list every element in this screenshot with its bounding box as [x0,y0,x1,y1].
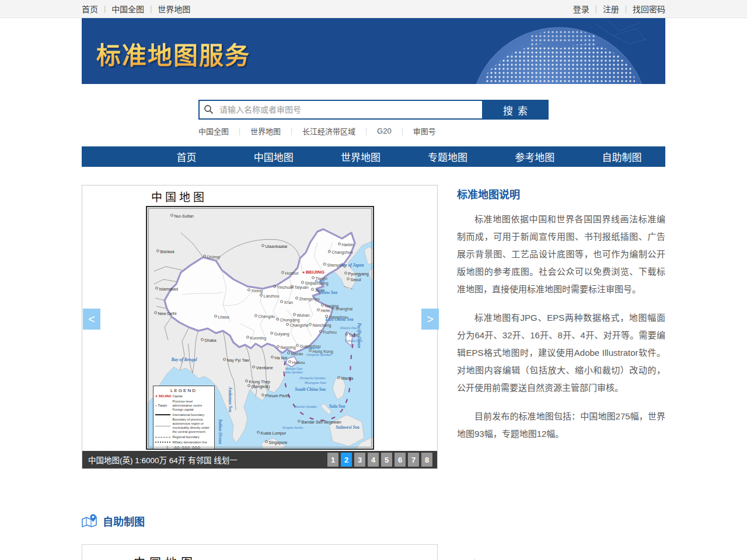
legend-title: LEGEND [155,388,212,393]
map-legend: LEGEND ★ BEIJINGCapital∘ TianjinProvince… [153,386,215,449]
map-label: Guiyang [270,332,289,336]
self-service-desc-title: 自助制图说明 [457,557,665,560]
map-label: Sea of Japan [340,263,364,268]
nav-item-world-maps[interactable]: 世界地图 [317,149,404,164]
legend-row: ★ BEIJINGCapital [155,394,212,398]
page-button-3[interactable]: 3 [354,453,365,467]
map-label: Zengmu Ansha [282,426,303,429]
nav-item-china-maps[interactable]: 中国地图 [230,149,317,164]
map-label: Taiyuan [291,285,309,289]
map-image[interactable]: Nur-SultanBishkekIslamabadNew DelhiDhaka… [146,206,374,450]
map-label: Pyongyang [344,272,369,276]
map-label: Nansha Qundao [294,405,317,408]
quick-link-world[interactable]: 世界地图 [250,125,281,136]
map-label: BEIJING [302,270,324,275]
map-label: Hainan Dao [285,367,303,370]
globe-graphic [461,18,648,84]
map-label: Chongqing [276,318,300,322]
page-button-8[interactable]: 8 [421,453,432,467]
map-label: Haikou [288,360,305,365]
topbar-link-china-map[interactable]: 中国全图 [111,3,144,15]
map-label: (Bangkok) [247,384,270,388]
map-label: Xining [247,289,263,293]
legend-row: Military demarcation line [155,440,212,444]
map-label: Zhongsha Qundao [299,376,326,380]
description-column: 标准地图说明 标准地图依据中国和世界各国国界线画法标准编制而成，可用于新闻宣传用… [457,185,665,469]
legend-row: Boundary of province, autonomous region … [155,418,212,434]
quick-link-yangtze[interactable]: 长江经济带区域 [302,125,355,136]
map-label: Huangyan Dao [305,381,326,384]
map-panel-title: 中国地图 [82,186,437,206]
map-label: Harbin [338,243,354,247]
map-label: Shanghai [331,307,353,311]
map-label: Sulawesi Sea [336,425,359,430]
page-button-1[interactable]: 1 [327,453,338,467]
nav-item-thematic-maps[interactable]: 专题地图 [404,149,491,164]
carousel-pager: 1 2 3 4 5 6 7 8 [327,453,432,467]
quick-link-g20[interactable]: G20 [377,127,392,135]
carousel-caption-bar: 中国地图(英) 1:6000万 64开 有邻国 线划一 1 2 3 4 5 6 … [82,451,437,468]
search-area: 搜索 [82,100,665,120]
map-label: Hohhot [281,271,299,275]
map-label: Macao [287,352,303,356]
map-label: New Delhi [154,312,177,316]
map-caption: 中国地图(英) 1:6000万 64开 有邻国 线划一 [82,454,238,466]
description-paragraph: 标准地图有JPG、EPS两种数据格式，地图幅面分为64开、32开、16开、8开、… [457,309,665,397]
legend-scale: 1 : 60 000 000 [155,446,212,449]
topbar: 首页| 中国全图| 世界地图 登录| 注册| 找回密码 [0,0,747,18]
topbar-link-world-map[interactable]: 世界地图 [158,3,190,15]
page-button-7[interactable]: 7 [408,453,419,467]
topbar-link-home[interactable]: 首页 [82,3,98,15]
map-label: Xi'an [280,300,293,304]
site-title: 标准地图服务 [96,36,250,71]
search-button[interactable]: 搜索 [482,100,549,120]
map-label: Manila [337,376,354,380]
map-label: Krung Thep [245,380,270,384]
self-service-map-panel[interactable]: 中国地图 [82,544,438,560]
recover-password-link[interactable]: 找回密码 [633,3,665,15]
map-label: Sulu Sea [329,404,345,409]
map-label: Kunming [246,336,267,340]
map-label: Changsha [286,323,309,327]
banner: 标准地图服务 [82,18,665,84]
page-button-4[interactable]: 4 [368,453,379,467]
map-label: Diaoyu Dao [340,326,358,330]
map-label: Nanchang [309,323,331,327]
carousel-prev-button[interactable]: < [83,309,100,330]
quick-link-approval-number[interactable]: 审图号 [413,125,436,136]
map-label: Ha Noi [271,356,287,360]
carousel-next-button[interactable]: > [421,309,439,330]
map-label: Wuhan [293,313,310,317]
map-label: Taiwan Dao [345,339,362,342]
nav-item-self-service[interactable]: 自助制图 [578,149,665,164]
map-label: Pacific Ocean [357,323,362,348]
topbar-left-links: 首页| 中国全图| 世界地图 [82,3,190,15]
map-label: Seoul [347,278,361,282]
register-link[interactable]: 注册 [603,3,619,15]
quick-link-china[interactable]: 中国全图 [198,125,229,136]
map-label: Bo Hai [315,279,324,283]
page-button-6[interactable]: 6 [395,453,406,467]
map-pin-icon [82,514,97,528]
legend-row: ∘ TianjinProvince-level administrative c… [155,400,212,412]
nav-item-reference-maps[interactable]: 参考地图 [491,149,578,164]
page-button-5[interactable]: 5 [381,453,392,467]
self-service-title: 自助制图 [103,513,145,528]
description-title: 标准地图说明 [457,186,665,201]
description-paragraph: 标准地图依据中国和世界各国国界线画法标准编制而成，可用于新闻宣传用图、书刊报纸插… [457,211,665,298]
main-nav: 首页 中国地图 世界地图 专题地图 参考地图 自助制图 [82,146,665,167]
map-label: Phnum Penh [261,394,289,398]
search-input[interactable] [198,100,482,120]
legend-row: International boundary [155,413,212,417]
map-label: Dhaka [201,338,217,342]
map-label: Lhasa [214,315,229,319]
topbar-right-links: 登录| 注册| 找回密码 [573,3,665,15]
map-label: Nur-Sultan [170,214,194,218]
quick-links: 中国全图｜ 世界地图｜ 长江经济带区域｜ G20｜ 审图号 [198,125,549,136]
self-service-section-header: 自助制图 [82,513,665,528]
login-link[interactable]: 登录 [573,3,589,15]
page-button-2[interactable]: 2 [341,453,352,467]
map-label: Indian Ocean [218,419,223,444]
map-label: Nanning [277,345,296,349]
nav-item-home[interactable]: 首页 [143,149,230,164]
